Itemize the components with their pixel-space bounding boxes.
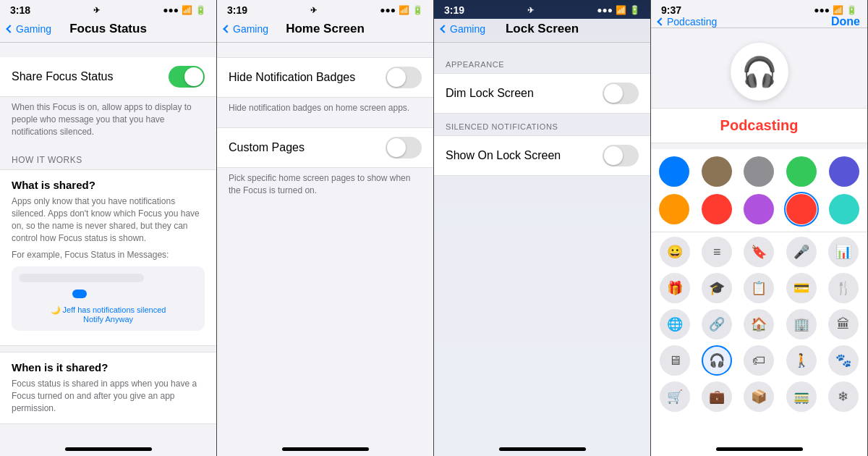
icon-mic[interactable]: 🎤	[786, 237, 817, 267]
done-button[interactable]: Done	[831, 15, 860, 28]
share-focus-status-row[interactable]: Share Focus Status	[0, 57, 216, 97]
signal-icon-2: ●●●	[380, 5, 396, 15]
status-icons-4: ●●● 📶 🔋	[814, 5, 857, 15]
battery-icon-3: 🔋	[629, 5, 640, 15]
toggle-knob-3	[387, 138, 406, 157]
status-bar-2: 3:19 ✈ ●●● 📶 🔋	[217, 0, 433, 19]
icon-train[interactable]: 🚃	[786, 381, 817, 412]
icon-tag[interactable]: 🏷	[744, 345, 774, 376]
nav-bar-3: Gaming Lock Screen	[434, 19, 650, 43]
color-orange[interactable]	[659, 194, 689, 224]
wifi-icon-3: 📶	[616, 5, 626, 15]
color-red[interactable]	[702, 194, 732, 224]
dim-lock-toggle[interactable]	[603, 83, 639, 104]
appearance-label: APPEARANCE	[434, 51, 650, 73]
icon-food[interactable]: 🍴	[828, 273, 859, 303]
status-icons-1: ●●● 📶 🔋	[163, 5, 206, 15]
icon-bookmark[interactable]: 🔖	[744, 237, 774, 267]
color-blue[interactable]	[659, 156, 689, 187]
color-grid	[651, 149, 867, 232]
icon-education[interactable]: 🎓	[702, 273, 732, 303]
custom-pages-row[interactable]: Custom Pages	[217, 127, 433, 168]
icon-clipboard[interactable]: 📋	[744, 273, 774, 303]
icon-emoji[interactable]: 😀	[660, 237, 690, 267]
back-button-2[interactable]: Gaming	[224, 23, 268, 35]
what-is-shared-card: What is shared? Apps only know that you …	[0, 169, 216, 346]
hide-badges-toggle[interactable]	[386, 67, 422, 88]
notification-text: 🌙 Jeff has notifications silenced Notify…	[19, 305, 197, 324]
panel-lock-screen: 3:19 ✈ ●●● 📶 🔋 Gaming Lock Screen APPEAR…	[434, 0, 651, 456]
moon-icon: 🌙	[51, 305, 61, 314]
hide-badges-label: Hide Notification Badges	[229, 71, 355, 84]
back-button-1[interactable]: Gaming	[7, 23, 51, 35]
share-focus-desc: When this Focus is on, allow apps to dis…	[0, 97, 216, 145]
back-button-4[interactable]: Podcasting	[658, 16, 717, 28]
icon-paw[interactable]: 🐾	[828, 345, 859, 376]
icon-cart[interactable]: 🛒	[660, 381, 690, 412]
panel-podcasting: 9:37 ●●● 📶 🔋 Podcasting Done 🎧 Podcastin…	[651, 0, 868, 456]
wifi-icon-4: 📶	[833, 5, 843, 15]
message-preview: 🌙 Jeff has notifications silenced Notify…	[12, 266, 205, 331]
back-label-3: Gaming	[450, 23, 485, 35]
toggle-knob	[184, 67, 203, 86]
home-indicator-3	[499, 447, 586, 451]
when-is-shared-title: When is it shared?	[12, 361, 205, 373]
color-purple[interactable]	[829, 156, 859, 187]
status-icons-3: ●●● 📶 🔋	[597, 5, 640, 15]
location-icon: ✈	[93, 6, 100, 15]
bubble-gray	[19, 274, 144, 282]
icon-grid: 😀 ≡ 🔖 🎤 📊 🎁 🎓 📋 💳 🍴 🌐 🔗 🏠 🏢 🏛 🖥 🎧 🏷 🚶 🐾 …	[651, 232, 867, 416]
color-gray[interactable]	[744, 156, 774, 187]
back-label-4: Podcasting	[667, 16, 717, 28]
podcast-name-row: Podcasting	[651, 108, 867, 143]
status-bar-3: 3:19 ✈ ●●● 📶 🔋	[434, 0, 650, 19]
back-button-3[interactable]: Gaming	[441, 23, 485, 35]
podcast-icon-area: 🎧	[651, 28, 867, 108]
icon-gift[interactable]: 🎁	[660, 273, 690, 303]
show-lock-screen-row[interactable]: Show On Lock Screen	[434, 135, 650, 176]
icon-briefcase[interactable]: 💼	[702, 381, 732, 412]
headphone-icon: 🎧	[741, 55, 778, 89]
when-is-shared-body: Focus status is shared in apps when you …	[12, 378, 205, 414]
nav-title-1: Focus Status	[69, 22, 147, 36]
hide-badges-desc: Hide notification badges on home screen …	[217, 98, 433, 122]
what-is-shared-body: Apps only know that you have notificatio…	[12, 195, 205, 244]
custom-pages-label: Custom Pages	[229, 141, 305, 154]
icon-box[interactable]: 📦	[744, 381, 774, 412]
how-it-works-header: HOW IT WORKS	[0, 145, 216, 169]
color-red-selected[interactable]	[786, 194, 817, 224]
share-focus-toggle[interactable]	[169, 66, 205, 88]
share-focus-label: Share Focus Status	[12, 70, 114, 83]
icon-person[interactable]: 🚶	[786, 345, 817, 376]
back-label-2: Gaming	[233, 23, 268, 35]
color-teal[interactable]	[829, 194, 859, 224]
icon-headphone-selected[interactable]: 🎧	[702, 345, 732, 376]
show-lock-toggle[interactable]	[603, 145, 639, 166]
battery-icon-2: 🔋	[412, 5, 423, 15]
icon-list[interactable]: ≡	[702, 237, 732, 267]
color-violet[interactable]	[744, 194, 774, 224]
icon-chart[interactable]: 📊	[828, 237, 859, 267]
content-4: 🎧 Podcasting 😀 ≡ 🔖 🎤 📊 🎁	[651, 28, 867, 442]
dim-lock-row[interactable]: Dim Lock Screen	[434, 73, 650, 114]
icon-link[interactable]: 🔗	[702, 309, 732, 339]
podcast-icon-circle: 🎧	[731, 43, 788, 101]
chevron-left-icon-4	[657, 17, 665, 25]
icon-globe[interactable]: 🌐	[660, 309, 690, 339]
icon-bank[interactable]: 🏛	[828, 309, 859, 339]
nav-bar-2: Gaming Home Screen	[217, 19, 433, 43]
custom-pages-toggle[interactable]	[386, 137, 422, 159]
icon-building[interactable]: 🏢	[786, 309, 817, 339]
color-green[interactable]	[786, 156, 817, 187]
hide-badges-row[interactable]: Hide Notification Badges	[217, 57, 433, 98]
icon-card[interactable]: 💳	[786, 273, 817, 303]
battery-icon: 🔋	[195, 5, 206, 15]
back-label-1: Gaming	[16, 23, 51, 35]
color-brown[interactable]	[702, 156, 732, 187]
icon-snowflake[interactable]: ❄	[828, 381, 859, 412]
toggle-knob-4	[604, 84, 623, 103]
icon-home[interactable]: 🏠	[744, 309, 774, 339]
chevron-left-icon-3	[440, 25, 448, 33]
icon-monitor[interactable]: 🖥	[660, 345, 690, 376]
podcast-name: Podcasting	[720, 117, 799, 133]
